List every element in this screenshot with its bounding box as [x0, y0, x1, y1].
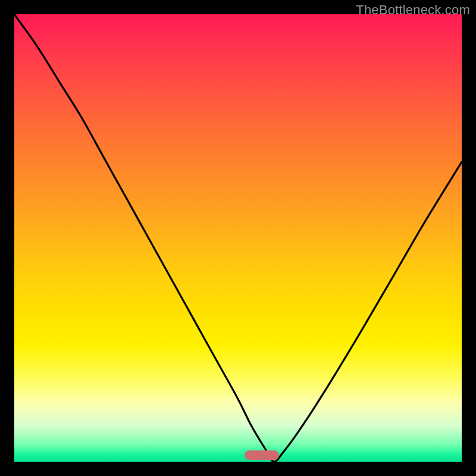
curve-path — [14, 14, 462, 462]
plot-area — [14, 14, 462, 462]
bottleneck-curve — [14, 14, 462, 462]
optimal-marker — [245, 450, 279, 460]
chart-frame: TheBottleneck.com — [0, 0, 476, 476]
